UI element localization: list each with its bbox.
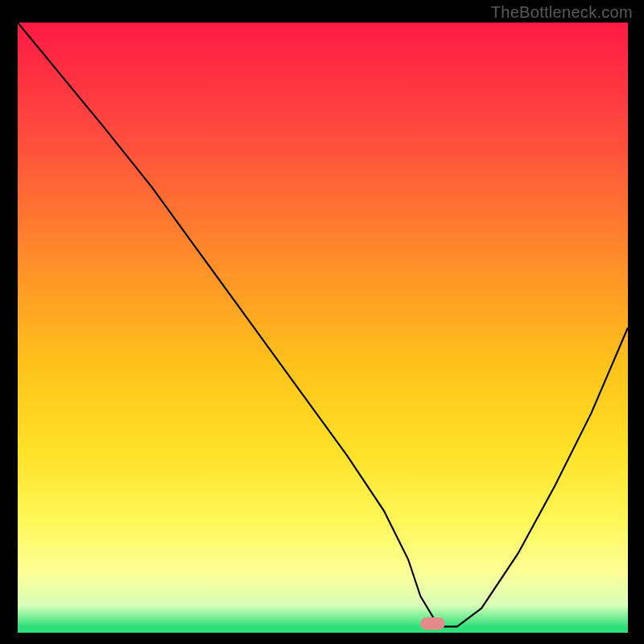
gradient-background — [18, 23, 628, 633]
watermark-text: TheBottleneck.com — [491, 3, 633, 22]
bottleneck-chart — [18, 23, 628, 633]
optimal-marker — [420, 617, 444, 630]
chart-svg — [18, 23, 628, 633]
